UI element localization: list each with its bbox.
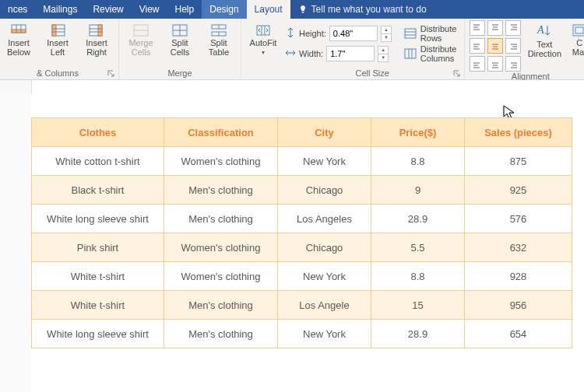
table-cell[interactable]: 925: [465, 176, 572, 205]
table-row[interactable]: White long sleeve shirtMen's clothingLos…: [32, 205, 572, 233]
split-table-button[interactable]: Split Table: [202, 20, 236, 57]
text-direction-button[interactable]: A Text Direction: [527, 20, 561, 58]
rows-columns-launcher-icon[interactable]: [107, 69, 115, 77]
height-input[interactable]: [329, 26, 378, 41]
table-cell[interactable]: New York: [278, 147, 371, 176]
table-cell[interactable]: Chicago: [278, 233, 371, 262]
column-header[interactable]: Classification: [164, 118, 278, 147]
table-cell[interactable]: Los Angeles: [278, 205, 371, 233]
align-top-left-button[interactable]: [470, 20, 485, 36]
table-cell[interactable]: White long sleeve shirt: [32, 205, 164, 233]
table-row[interactable]: White t-shirtMen's clothingLos Angele159…: [32, 291, 572, 320]
table-row[interactable]: Black t-shirtMen's clothingChicago9925: [32, 176, 572, 205]
svg-rect-1: [12, 30, 26, 33]
table-cell[interactable]: New York: [278, 320, 371, 348]
column-header[interactable]: Sales (pieces): [465, 118, 572, 147]
cell-margins-label: C Mar: [572, 39, 584, 57]
table-cell[interactable]: 28.9: [371, 320, 465, 348]
table-cell[interactable]: 632: [465, 233, 572, 262]
height-spin-down[interactable]: ▼: [381, 33, 392, 42]
table-cell[interactable]: Los Angele: [278, 291, 371, 320]
table-cell[interactable]: Women's clothing: [164, 233, 278, 262]
table-cell[interactable]: 875: [465, 147, 572, 176]
column-header[interactable]: Clothes: [32, 118, 164, 147]
cell-margins-button[interactable]: C Mar: [568, 20, 584, 57]
distribute-rows-icon: [404, 28, 417, 39]
insert-left-button[interactable]: Insert Left: [40, 20, 75, 57]
page[interactable]: Clothes Classification City Price($) Sal…: [31, 94, 584, 392]
distribute-rows-button[interactable]: Distribute Rows: [401, 25, 459, 42]
insert-below-button[interactable]: Insert Below: [2, 20, 36, 57]
align-middle-center-button[interactable]: [487, 38, 503, 54]
table-cell[interactable]: 28.9: [371, 205, 465, 233]
table-cell[interactable]: Chicago: [278, 176, 371, 205]
table-cell[interactable]: Pink shirt: [32, 233, 164, 262]
table-cell[interactable]: White cotton t-shirt: [32, 147, 164, 176]
ribbon: Insert Below Insert Left Insert Right & …: [0, 19, 584, 80]
width-spin-up[interactable]: ▲: [378, 46, 389, 54]
table-cell[interactable]: 5.5: [371, 233, 465, 262]
table-cell[interactable]: White long sleeve shirt: [32, 320, 164, 348]
tab-view[interactable]: View: [132, 0, 167, 19]
table-cell[interactable]: Men's clothing: [164, 320, 278, 348]
table-cell[interactable]: White t-shirt: [32, 291, 164, 320]
tab-design[interactable]: Design: [202, 0, 246, 19]
insert-left-icon: [50, 23, 65, 37]
table-cell[interactable]: Men's clothing: [164, 176, 278, 205]
table-cell[interactable]: Women's clothing: [164, 147, 278, 176]
table-cell[interactable]: 576: [465, 205, 572, 233]
autofit-label: AutoFit: [250, 39, 277, 48]
table-cell[interactable]: Black t-shirt: [32, 176, 164, 205]
width-input[interactable]: [326, 46, 375, 61]
width-spin-down[interactable]: ▼: [378, 54, 389, 62]
table-cell[interactable]: Men's clothing: [164, 205, 278, 233]
tab-mailings[interactable]: Mailings: [35, 0, 85, 19]
distribute-columns-button[interactable]: Distribute Columns: [401, 45, 459, 62]
table-row[interactable]: White t-shirtWomen's clothingNew York8.8…: [32, 262, 572, 291]
data-table[interactable]: Clothes Classification City Price($) Sal…: [31, 117, 572, 348]
align-top-center-button[interactable]: [487, 20, 503, 36]
table-cell[interactable]: 654: [465, 320, 572, 348]
height-spin-up[interactable]: ▲: [381, 26, 392, 33]
split-table-label: Split Table: [209, 39, 229, 57]
svg-rect-5: [52, 25, 56, 36]
table-row[interactable]: White long sleeve shirtMen's clothingNew…: [32, 320, 572, 348]
split-cells-button[interactable]: Split Cells: [163, 20, 197, 57]
align-bottom-right-button[interactable]: [505, 56, 521, 72]
tab-references-partial[interactable]: nces: [0, 0, 35, 19]
svg-rect-27: [405, 49, 416, 58]
table-cell[interactable]: 15: [371, 291, 465, 320]
cell-size-launcher-icon[interactable]: [453, 69, 461, 77]
text-direction-label: Text Direction: [528, 40, 561, 58]
align-bottom-left-button[interactable]: [470, 56, 485, 72]
align-bottom-center-button[interactable]: [487, 56, 503, 72]
tab-layout[interactable]: Layout: [247, 0, 290, 19]
table-cell[interactable]: 8.8: [371, 262, 465, 291]
column-header[interactable]: City: [278, 118, 371, 147]
column-header[interactable]: Price($): [371, 118, 465, 147]
merge-cells-icon: [133, 23, 149, 37]
table-cell[interactable]: New York: [278, 262, 371, 291]
align-middle-left-button[interactable]: [470, 38, 485, 54]
split-cells-icon: [172, 23, 188, 37]
align-middle-right-button[interactable]: [505, 38, 521, 54]
table-cell[interactable]: 928: [465, 262, 572, 291]
table-cell[interactable]: Men's clothing: [164, 291, 278, 320]
insert-right-button[interactable]: Insert Right: [79, 20, 114, 57]
table-cell[interactable]: 8.8: [371, 147, 465, 176]
tab-help[interactable]: Help: [167, 0, 202, 19]
ribbon-tabs: nces Mailings Review View Help Design La…: [0, 0, 584, 19]
autofit-button[interactable]: AutoFit ▾: [246, 20, 280, 56]
table-row[interactable]: Pink shirtWomen's clothingChicago5.5632: [32, 233, 572, 262]
align-top-right-button[interactable]: [505, 20, 521, 36]
tell-me-search[interactable]: Tell me what you want to do: [290, 0, 434, 19]
table-cell[interactable]: 956: [465, 291, 572, 320]
tab-review[interactable]: Review: [85, 0, 131, 19]
table-cell[interactable]: White t-shirt: [32, 262, 164, 291]
table-row[interactable]: White cotton t-shirtWomen's clothingNew …: [32, 147, 572, 176]
height-control: Height: ▲▼: [285, 25, 392, 42]
table-cell[interactable]: Women's clothing: [164, 262, 278, 291]
height-label: Height:: [299, 29, 326, 38]
table-cell[interactable]: 9: [371, 176, 465, 205]
width-label: Width:: [299, 49, 323, 58]
